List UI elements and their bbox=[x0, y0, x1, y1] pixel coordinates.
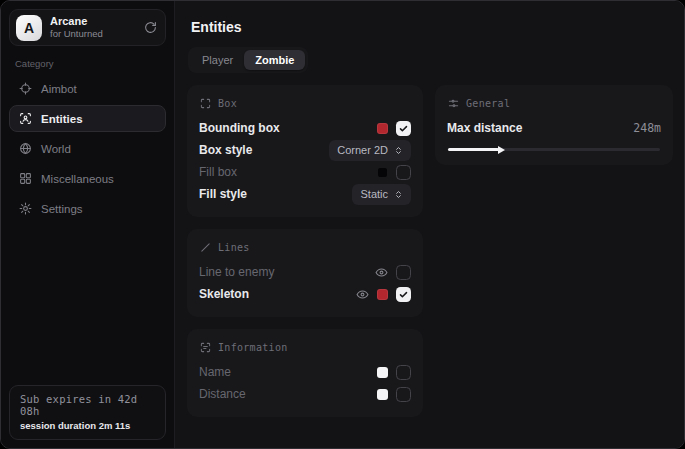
color-swatch[interactable] bbox=[377, 123, 388, 134]
tab-zombie[interactable]: Zombie bbox=[244, 50, 305, 70]
name-checkbox[interactable] bbox=[396, 365, 411, 380]
sidebar-item-label: Miscellaneous bbox=[41, 173, 114, 185]
crosshair-icon bbox=[18, 82, 32, 95]
setting-label: Line to enemy bbox=[199, 265, 274, 279]
scan-box-icon bbox=[200, 98, 211, 109]
sidebar-item-entities[interactable]: Entities bbox=[9, 105, 166, 132]
row-controls bbox=[377, 165, 411, 180]
card-title: Information bbox=[218, 342, 288, 353]
setting-label: Fill box bbox=[199, 165, 237, 179]
setting-label: Distance bbox=[199, 387, 246, 401]
sidebar-nav: Aimbot Entities World bbox=[1, 75, 174, 222]
app-window: A Arcane for Unturned Category Aimbot bbox=[0, 0, 685, 449]
entity-tabs: Player Zombie bbox=[188, 47, 308, 73]
setting-row-skeleton: Skeleton bbox=[199, 283, 411, 305]
eye-icon[interactable] bbox=[375, 266, 388, 279]
row-controls bbox=[356, 287, 411, 302]
setting-row-distance: Distance bbox=[199, 383, 411, 405]
setting-label: Skeleton bbox=[199, 287, 249, 301]
fill-style-dropdown[interactable]: Static bbox=[352, 184, 411, 205]
max-distance-value: 248m bbox=[633, 121, 661, 135]
box-style-dropdown[interactable]: Corner 2D bbox=[329, 140, 411, 161]
general-card-header: General bbox=[448, 98, 661, 109]
bounding-box-checkbox[interactable] bbox=[396, 121, 411, 136]
setting-row-name: Name bbox=[199, 361, 411, 383]
slider-thumb[interactable] bbox=[498, 146, 505, 154]
setting-label: Max distance bbox=[447, 121, 522, 135]
information-card-header: Information bbox=[200, 342, 411, 353]
setting-label: Fill style bbox=[199, 187, 247, 201]
sidebar-item-label: Aimbot bbox=[41, 83, 77, 95]
session-duration-text: session duration 2m 11s bbox=[20, 420, 155, 431]
brand-card: A Arcane for Unturned bbox=[9, 9, 166, 46]
fill-box-checkbox[interactable] bbox=[396, 165, 411, 180]
setting-row-fill-box: Fill box bbox=[199, 161, 411, 183]
setting-label: Bounding box bbox=[199, 121, 280, 135]
setting-row-max-distance: Max distance 248m bbox=[447, 117, 661, 139]
chevrons-up-down-icon bbox=[394, 145, 403, 156]
eye-icon[interactable] bbox=[356, 288, 369, 301]
color-swatch[interactable] bbox=[377, 167, 388, 178]
globe-icon bbox=[18, 142, 32, 155]
dropdown-value: Corner 2D bbox=[337, 144, 388, 156]
sidebar-item-label: World bbox=[41, 143, 71, 155]
sidebar-item-label: Settings bbox=[41, 203, 83, 215]
category-label: Category bbox=[15, 58, 174, 69]
row-controls bbox=[377, 121, 411, 136]
row-controls bbox=[377, 387, 411, 402]
general-card: General Max distance 248m bbox=[435, 85, 673, 165]
brand-name: Arcane bbox=[50, 15, 136, 28]
dropdown-value: Static bbox=[360, 188, 388, 200]
diagonal-line-icon bbox=[200, 242, 211, 253]
card-title: Box bbox=[218, 98, 237, 109]
sidebar-item-label: Entities bbox=[41, 113, 83, 125]
color-swatch[interactable] bbox=[377, 389, 388, 400]
right-column: General Max distance 248m bbox=[435, 85, 673, 417]
grid-icon bbox=[18, 172, 32, 185]
slider-fill bbox=[448, 148, 499, 151]
setting-row-line-to-enemy: Line to enemy bbox=[199, 261, 411, 283]
row-controls bbox=[375, 265, 411, 280]
color-swatch[interactable] bbox=[377, 367, 388, 378]
tab-player[interactable]: Player bbox=[191, 50, 244, 70]
card-title: Lines bbox=[218, 242, 250, 253]
setting-label: Box style bbox=[199, 143, 252, 157]
color-swatch[interactable] bbox=[377, 289, 388, 300]
brand-logo: A bbox=[16, 15, 42, 41]
sub-expiry-text: Sub expires in 42d 08h bbox=[20, 393, 155, 417]
page-title: Entities bbox=[191, 19, 673, 35]
entities-icon bbox=[18, 112, 32, 125]
brand-text: Arcane for Unturned bbox=[50, 15, 136, 40]
skeleton-checkbox[interactable] bbox=[396, 287, 411, 302]
chevrons-up-down-icon bbox=[394, 189, 403, 200]
setting-row-fill-style: Fill style Static bbox=[199, 183, 411, 205]
sidebar-item-settings[interactable]: Settings bbox=[9, 195, 166, 222]
setting-label: Name bbox=[199, 365, 231, 379]
brand-subtitle: for Unturned bbox=[50, 28, 136, 39]
box-card-header: Box bbox=[200, 98, 411, 109]
information-card: Information Name Distance bbox=[187, 329, 423, 417]
lines-card-header: Lines bbox=[200, 242, 411, 253]
sidebar: A Arcane for Unturned Category Aimbot bbox=[1, 1, 175, 448]
main-panel: Entities Player Zombie Box bbox=[175, 1, 685, 448]
left-column: Box Bounding box Box style bbox=[187, 85, 423, 417]
lines-card: Lines Line to enemy Skeleton bbox=[187, 229, 423, 317]
row-controls bbox=[377, 365, 411, 380]
scan-text-icon bbox=[200, 342, 211, 353]
setting-row-bounding-box: Bounding box bbox=[199, 117, 411, 139]
sliders-icon bbox=[448, 98, 459, 109]
sidebar-item-miscellaneous[interactable]: Miscellaneous bbox=[9, 165, 166, 192]
box-card: Box Bounding box Box style bbox=[187, 85, 423, 217]
line-to-enemy-checkbox[interactable] bbox=[396, 265, 411, 280]
sync-icon[interactable] bbox=[144, 21, 157, 34]
subscription-info-card: Sub expires in 42d 08h session duration … bbox=[9, 385, 166, 440]
sidebar-item-aimbot[interactable]: Aimbot bbox=[9, 75, 166, 102]
setting-row-box-style: Box style Corner 2D bbox=[199, 139, 411, 161]
max-distance-slider[interactable] bbox=[448, 148, 660, 151]
settings-columns: Box Bounding box Box style bbox=[187, 85, 673, 417]
sidebar-item-world[interactable]: World bbox=[9, 135, 166, 162]
distance-checkbox[interactable] bbox=[396, 387, 411, 402]
card-title: General bbox=[466, 98, 510, 109]
gear-icon bbox=[18, 202, 32, 215]
